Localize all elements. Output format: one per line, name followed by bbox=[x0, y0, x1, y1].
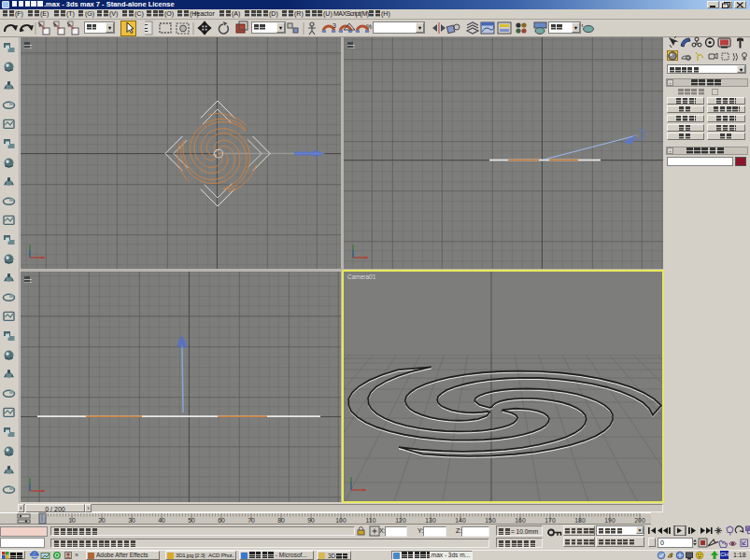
svg-text:E: E bbox=[145, 23, 149, 34]
svg-text:170: 170 bbox=[545, 517, 556, 524]
svg-text:160: 160 bbox=[515, 517, 526, 524]
svg-text:50: 50 bbox=[188, 517, 195, 524]
svg-text:%: % bbox=[366, 23, 372, 30]
svg-text:190: 190 bbox=[604, 517, 616, 524]
svg-text:30: 30 bbox=[128, 517, 135, 524]
svg-text:40: 40 bbox=[158, 517, 165, 524]
svg-text:100: 100 bbox=[335, 517, 347, 524]
svg-text:90: 90 bbox=[307, 517, 315, 524]
svg-text:80: 80 bbox=[277, 517, 285, 524]
svg-text:140: 140 bbox=[455, 517, 466, 524]
svg-text:150: 150 bbox=[485, 517, 496, 524]
svg-text:70: 70 bbox=[248, 517, 255, 524]
svg-text:20: 20 bbox=[98, 517, 106, 524]
svg-text:180: 180 bbox=[574, 517, 586, 524]
svg-text:110: 110 bbox=[366, 517, 376, 524]
svg-text:10: 10 bbox=[68, 517, 76, 524]
svg-text:130: 130 bbox=[425, 517, 436, 524]
svg-text:60: 60 bbox=[218, 517, 225, 524]
svg-text:200: 200 bbox=[634, 517, 645, 524]
svg-text:120: 120 bbox=[395, 517, 406, 524]
svg-text:3: 3 bbox=[333, 22, 336, 29]
